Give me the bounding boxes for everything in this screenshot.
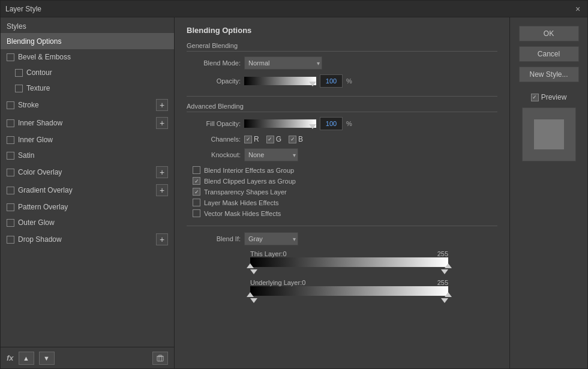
vector-mask-checkbox[interactable]: [193, 209, 200, 217]
sidebar-item-label: Pattern Overlay: [18, 203, 168, 211]
layer-mask-checkbox[interactable]: [193, 199, 200, 206]
gradient-overlay-add-button[interactable]: +: [156, 184, 168, 196]
separator-1: [187, 96, 497, 97]
this-layer-thumb-right: [445, 263, 452, 268]
close-button[interactable]: ×: [573, 4, 583, 14]
fill-opacity-slider[interactable]: [244, 119, 316, 128]
blend-if-label: Blend If:: [187, 235, 241, 242]
this-layer-max: 255: [437, 250, 448, 257]
blend-if-section: Blend If: Gray Red Green Blue This Layer…: [187, 232, 497, 303]
channel-r-label: R: [254, 135, 259, 143]
sidebar-item-gradient-overlay[interactable]: Gradient Overlay +: [1, 181, 174, 199]
general-blending-section: General Blending Blend Mode: Normal Diss…: [187, 42, 497, 88]
move-down-button[interactable]: ▼: [39, 352, 55, 365]
blend-mode-select-wrapper[interactable]: Normal Dissolve Multiply Screen Overlay: [244, 56, 322, 70]
color-overlay-checkbox[interactable]: [7, 169, 14, 176]
sidebar-item-label: Inner Glow: [18, 136, 168, 144]
left-footer: fx ▲ ▼: [1, 347, 174, 368]
sidebar-item-inner-glow[interactable]: Inner Glow: [1, 132, 174, 148]
satin-checkbox[interactable]: [7, 152, 14, 160]
preview-inner: [534, 119, 564, 149]
transparency-shapes-row: Transparency Shapes Layer: [187, 188, 497, 196]
separator-2: [187, 226, 497, 226]
blend-if-select-wrapper[interactable]: Gray Red Green Blue: [244, 232, 298, 245]
cancel-button[interactable]: Cancel: [519, 46, 579, 62]
drop-shadow-checkbox[interactable]: [7, 236, 14, 244]
sidebar-item-blending-options[interactable]: Blending Options: [1, 34, 174, 49]
sidebar-item-outer-glow[interactable]: Outer Glow: [1, 215, 174, 230]
channel-r-checkbox[interactable]: [244, 136, 252, 143]
sidebar-item-label: Inner Shadow: [18, 119, 156, 127]
sidebar-item-pattern-overlay[interactable]: Pattern Overlay: [1, 199, 174, 215]
pattern-overlay-checkbox[interactable]: [7, 203, 14, 211]
sidebar-item-texture[interactable]: Texture: [1, 80, 174, 96]
opacity-slider[interactable]: [244, 77, 316, 85]
sidebar-item-label: Stroke: [18, 101, 156, 109]
dialog-title: Layer Style: [5, 5, 41, 13]
inner-shadow-checkbox[interactable]: [7, 119, 14, 127]
channel-b-item: B: [289, 135, 303, 143]
preview-section: Preview: [522, 93, 576, 161]
this-layer-spacer-2: [187, 269, 247, 274]
move-up-button[interactable]: ▲: [19, 352, 34, 365]
knockout-select[interactable]: None Shallow Deep: [244, 148, 298, 161]
stroke-add-button[interactable]: +: [156, 99, 168, 111]
drop-shadow-add-button[interactable]: +: [156, 233, 168, 245]
channel-g-checkbox[interactable]: [266, 136, 274, 143]
opacity-input[interactable]: [320, 74, 343, 88]
sidebar-item-drop-shadow[interactable]: Drop Shadow +: [1, 230, 174, 248]
sidebar-item-contour[interactable]: Contour: [1, 65, 174, 80]
underlying-layer-spacer-2: [187, 298, 247, 303]
blend-if-row: Blend If: Gray Red Green Blue: [187, 232, 497, 245]
ok-button[interactable]: OK: [519, 26, 579, 41]
fill-opacity-input[interactable]: [320, 117, 343, 130]
sidebar-item-color-overlay[interactable]: Color Overlay +: [1, 163, 174, 181]
blend-mode-select[interactable]: Normal Dissolve Multiply Screen Overlay: [244, 56, 322, 70]
underlying-layer-thumb-row: [250, 298, 448, 303]
color-overlay-add-button[interactable]: +: [156, 166, 168, 178]
contour-checkbox[interactable]: [15, 69, 23, 77]
blend-clipped-label: Blend Clipped Layers as Group: [204, 178, 296, 185]
knockout-select-wrapper[interactable]: None Shallow Deep: [244, 148, 298, 161]
sidebar-item-bevel-emboss[interactable]: Bevel & Emboss: [1, 49, 174, 65]
underlying-layer-label: Underlying Layer:: [250, 279, 302, 286]
channels-row: Channels: R G B: [187, 135, 497, 143]
dialog-body: Styles Blending Options Bevel & Emboss C…: [1, 17, 587, 368]
inner-shadow-add-button[interactable]: +: [156, 117, 168, 129]
sidebar-item-satin[interactable]: Satin: [1, 148, 174, 163]
sidebar-item-label: Satin: [18, 151, 168, 160]
underlying-layer-slider[interactable]: [250, 286, 448, 296]
underlying-layer-right-arrow: [441, 298, 448, 303]
preview-checkbox[interactable]: [531, 94, 539, 101]
new-style-button[interactable]: New Style...: [519, 67, 579, 82]
stroke-checkbox[interactable]: [7, 101, 14, 109]
outer-glow-checkbox[interactable]: [7, 219, 14, 227]
sidebar-item-label: Drop Shadow: [18, 235, 156, 244]
sidebar-item-stroke[interactable]: Stroke +: [1, 96, 174, 114]
this-layer-container: This Layer: 0 255: [187, 250, 497, 274]
this-layer-thumb-row: [250, 269, 448, 274]
blend-interior-checkbox[interactable]: [193, 166, 200, 174]
layer-list: Blending Options Bevel & Emboss Contour …: [1, 34, 174, 347]
svg-rect-4: [158, 355, 162, 356]
transparency-shapes-checkbox[interactable]: [193, 188, 200, 196]
fill-opacity-label: Fill Opacity:: [187, 120, 241, 127]
trash-icon: [156, 354, 164, 362]
fx-label: fx: [7, 353, 14, 362]
inner-glow-checkbox[interactable]: [7, 136, 14, 144]
gradient-overlay-checkbox[interactable]: [7, 187, 14, 194]
bevel-emboss-checkbox[interactable]: [7, 53, 14, 61]
texture-checkbox[interactable]: [15, 85, 23, 92]
preview-label: Preview: [541, 93, 567, 101]
blend-if-select[interactable]: Gray Red Green Blue: [244, 232, 298, 245]
blend-clipped-checkbox[interactable]: [193, 177, 200, 185]
blend-mode-label: Blend Mode:: [187, 59, 241, 67]
sidebar-item-label: Color Overlay: [18, 168, 156, 176]
channel-b-checkbox[interactable]: [289, 136, 296, 143]
underlying-layer-thumb-right: [445, 292, 452, 297]
delete-button[interactable]: [152, 352, 168, 365]
this-layer-slider[interactable]: [250, 257, 448, 267]
opacity-percent: %: [346, 77, 352, 85]
blend-interior-row: Blend Interior Effects as Group: [187, 166, 497, 174]
sidebar-item-inner-shadow[interactable]: Inner Shadow +: [1, 114, 174, 132]
